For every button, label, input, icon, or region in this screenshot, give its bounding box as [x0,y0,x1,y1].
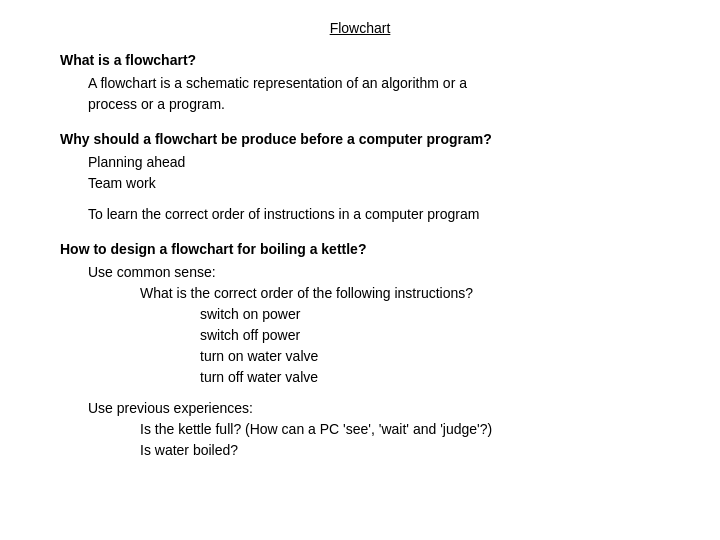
section-how-to-line3: switch on power [60,304,660,325]
spacer1 [60,194,660,204]
page-title: Flowchart [60,20,660,36]
section-how-to-heading: How to design a flowchart for boiling a … [60,239,660,260]
section-how-to-line8: Use previous experiences: [60,398,660,419]
section-why-should-line4: To learn the correct order of instructio… [60,204,660,225]
section-how-to-line2: What is the correct order of the followi… [60,283,660,304]
section-what-is: What is a flowchart? A flowchart is a sc… [60,50,660,115]
page: Flowchart What is a flowchart? A flowcha… [0,0,720,540]
section-why-should-heading: Why should a flowchart be produce before… [60,129,660,150]
section-what-is-heading: What is a flowchart? [60,50,660,71]
section-what-is-line2: process or a program. [60,94,660,115]
section-how-to-line6: turn off water valve [60,367,660,388]
section-how-to-line10: Is water boiled? [60,440,660,461]
section-how-to: How to design a flowchart for boiling a … [60,239,660,461]
section-how-to-line1: Use common sense: [60,262,660,283]
section-why-should-line1: Planning ahead [60,152,660,173]
section-how-to-line5: turn on water valve [60,346,660,367]
section-why-should: Why should a flowchart be produce before… [60,129,660,225]
spacer2 [60,388,660,398]
section-how-to-line9: Is the kettle full? (How can a PC 'see',… [60,419,660,440]
section-how-to-line4: switch off power [60,325,660,346]
section-why-should-line2: Team work [60,173,660,194]
section-what-is-line1: A flowchart is a schematic representatio… [60,73,660,94]
